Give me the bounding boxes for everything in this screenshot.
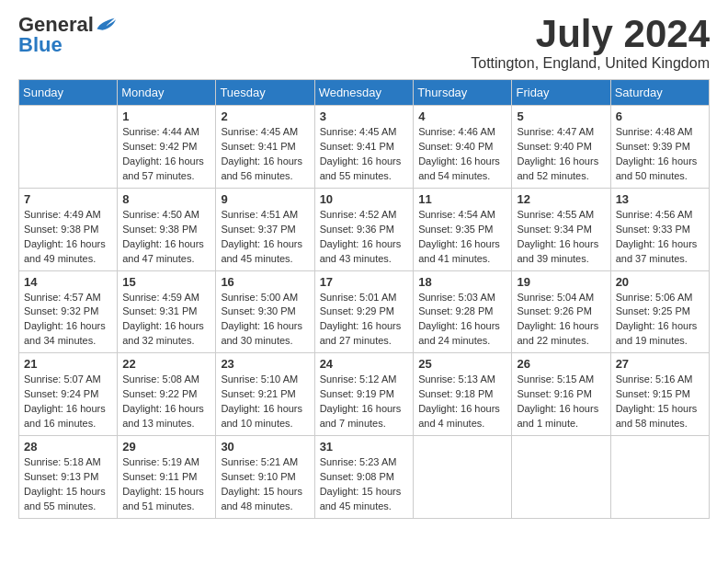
day-number: 11 [418,192,506,206]
calendar-cell: 31Sunrise: 5:23 AM Sunset: 9:08 PM Dayli… [314,436,414,519]
day-info: Sunrise: 4:51 AM Sunset: 9:37 PM Dayligh… [221,208,309,267]
calendar-cell: 28Sunrise: 5:18 AM Sunset: 9:13 PM Dayli… [19,436,118,519]
day-info: Sunrise: 4:52 AM Sunset: 9:36 PM Dayligh… [320,208,409,267]
day-info: Sunrise: 5:13 AM Sunset: 9:18 PM Dayligh… [418,373,506,431]
day-number: 2 [221,109,309,123]
day-info: Sunrise: 4:50 AM Sunset: 9:38 PM Dayligh… [122,208,210,267]
day-info: Sunrise: 4:47 AM Sunset: 9:40 PM Dayligh… [517,125,605,184]
calendar-cell: 8Sunrise: 4:50 AM Sunset: 9:38 PM Daylig… [118,188,216,270]
calendar-cell: 27Sunrise: 5:16 AM Sunset: 9:15 PM Dayli… [610,353,709,436]
day-number: 22 [122,357,210,371]
calendar-week-row: 21Sunrise: 5:07 AM Sunset: 9:24 PM Dayli… [19,353,710,436]
calendar-cell [512,436,610,519]
calendar-cell: 17Sunrise: 5:01 AM Sunset: 9:29 PM Dayli… [314,270,414,353]
day-number: 30 [221,440,309,454]
day-number: 13 [616,192,704,206]
day-info: Sunrise: 4:49 AM Sunset: 9:38 PM Dayligh… [24,208,112,267]
location-text: Tottington, England, United Kingdom [471,55,710,72]
day-number: 4 [418,109,506,123]
day-number: 16 [221,275,309,289]
day-info: Sunrise: 4:48 AM Sunset: 9:39 PM Dayligh… [616,125,704,184]
day-info: Sunrise: 4:45 AM Sunset: 9:41 PM Dayligh… [320,125,409,184]
calendar-week-row: 28Sunrise: 5:18 AM Sunset: 9:13 PM Dayli… [19,436,710,519]
calendar-cell [610,436,709,519]
logo-blue-text: Blue [18,33,63,56]
day-info: Sunrise: 5:01 AM Sunset: 9:29 PM Dayligh… [320,291,409,350]
logo: General Blue [18,15,116,57]
day-info: Sunrise: 4:45 AM Sunset: 9:41 PM Dayligh… [221,125,309,184]
month-title: July 2024 [471,15,710,53]
day-number: 9 [221,192,309,206]
day-info: Sunrise: 5:23 AM Sunset: 9:08 PM Dayligh… [320,455,409,514]
calendar-cell: 18Sunrise: 5:03 AM Sunset: 9:28 PM Dayli… [414,270,512,353]
calendar-cell: 25Sunrise: 5:13 AM Sunset: 9:18 PM Dayli… [414,353,512,436]
day-number: 26 [517,357,605,371]
day-info: Sunrise: 5:07 AM Sunset: 9:24 PM Dayligh… [24,373,112,431]
title-block: July 2024 Tottington, England, United Ki… [471,15,710,72]
day-number: 14 [24,275,112,289]
day-number: 10 [320,192,409,206]
day-info: Sunrise: 4:46 AM Sunset: 9:40 PM Dayligh… [418,125,506,184]
day-number: 12 [517,192,605,206]
calendar-cell: 16Sunrise: 5:00 AM Sunset: 9:30 PM Dayli… [216,270,314,353]
day-number: 8 [122,192,210,206]
calendar-cell: 1Sunrise: 4:44 AM Sunset: 9:42 PM Daylig… [118,106,216,189]
calendar-cell: 6Sunrise: 4:48 AM Sunset: 9:39 PM Daylig… [610,106,709,189]
calendar-cell: 5Sunrise: 4:47 AM Sunset: 9:40 PM Daylig… [512,106,610,189]
day-number: 29 [122,440,210,454]
day-info: Sunrise: 5:16 AM Sunset: 9:15 PM Dayligh… [616,373,704,431]
calendar-cell: 2Sunrise: 4:45 AM Sunset: 9:41 PM Daylig… [216,106,314,189]
day-number: 27 [616,357,704,371]
calendar-cell: 24Sunrise: 5:12 AM Sunset: 9:19 PM Dayli… [314,353,414,436]
day-info: Sunrise: 4:44 AM Sunset: 9:42 PM Dayligh… [122,125,210,184]
calendar-cell: 30Sunrise: 5:21 AM Sunset: 9:10 PM Dayli… [216,436,314,519]
calendar-day-header: Saturday [610,80,709,106]
calendar-cell: 20Sunrise: 5:06 AM Sunset: 9:25 PM Dayli… [610,270,709,353]
calendar-week-row: 7Sunrise: 4:49 AM Sunset: 9:38 PM Daylig… [19,188,710,270]
day-number: 7 [24,192,112,206]
day-info: Sunrise: 4:54 AM Sunset: 9:35 PM Dayligh… [418,208,506,267]
day-info: Sunrise: 5:15 AM Sunset: 9:16 PM Dayligh… [517,373,605,431]
day-number: 20 [616,275,704,289]
calendar-cell: 19Sunrise: 5:04 AM Sunset: 9:26 PM Dayli… [512,270,610,353]
day-number: 25 [418,357,506,371]
day-number: 19 [517,275,605,289]
day-info: Sunrise: 5:08 AM Sunset: 9:22 PM Dayligh… [122,373,210,431]
calendar-cell: 15Sunrise: 4:59 AM Sunset: 9:31 PM Dayli… [118,270,216,353]
calendar-cell: 9Sunrise: 4:51 AM Sunset: 9:37 PM Daylig… [216,188,314,270]
day-info: Sunrise: 5:12 AM Sunset: 9:19 PM Dayligh… [320,373,409,431]
logo-general-text: General [18,15,94,35]
logo-bird-icon [96,17,116,33]
day-number: 17 [320,275,409,289]
day-info: Sunrise: 5:18 AM Sunset: 9:13 PM Dayligh… [24,455,112,514]
day-number: 6 [616,109,704,123]
calendar-cell: 11Sunrise: 4:54 AM Sunset: 9:35 PM Dayli… [414,188,512,270]
calendar-week-row: 1Sunrise: 4:44 AM Sunset: 9:42 PM Daylig… [19,106,710,189]
calendar-day-header: Monday [118,80,216,106]
calendar-header-row: SundayMondayTuesdayWednesdayThursdayFrid… [19,80,710,106]
day-info: Sunrise: 4:56 AM Sunset: 9:33 PM Dayligh… [616,208,704,267]
calendar-cell [19,106,118,189]
calendar-cell [414,436,512,519]
day-info: Sunrise: 5:00 AM Sunset: 9:30 PM Dayligh… [221,291,309,350]
calendar-cell: 23Sunrise: 5:10 AM Sunset: 9:21 PM Dayli… [216,353,314,436]
day-number: 31 [320,440,409,454]
day-number: 18 [418,275,506,289]
day-info: Sunrise: 5:04 AM Sunset: 9:26 PM Dayligh… [517,291,605,350]
day-number: 24 [320,357,409,371]
day-info: Sunrise: 5:21 AM Sunset: 9:10 PM Dayligh… [221,455,309,514]
page-header: General Blue July 2024 Tottington, Engla… [18,15,710,72]
day-number: 21 [24,357,112,371]
calendar-cell: 26Sunrise: 5:15 AM Sunset: 9:16 PM Dayli… [512,353,610,436]
day-number: 28 [24,440,112,454]
calendar-cell: 4Sunrise: 4:46 AM Sunset: 9:40 PM Daylig… [414,106,512,189]
calendar-cell: 12Sunrise: 4:55 AM Sunset: 9:34 PM Dayli… [512,188,610,270]
calendar-cell: 3Sunrise: 4:45 AM Sunset: 9:41 PM Daylig… [314,106,414,189]
calendar-cell: 14Sunrise: 4:57 AM Sunset: 9:32 PM Dayli… [19,270,118,353]
calendar-cell: 13Sunrise: 4:56 AM Sunset: 9:33 PM Dayli… [610,188,709,270]
day-number: 1 [122,109,210,123]
calendar-cell: 21Sunrise: 5:07 AM Sunset: 9:24 PM Dayli… [19,353,118,436]
day-info: Sunrise: 5:03 AM Sunset: 9:28 PM Dayligh… [418,291,506,350]
calendar-week-row: 14Sunrise: 4:57 AM Sunset: 9:32 PM Dayli… [19,270,710,353]
calendar-day-header: Wednesday [314,80,414,106]
